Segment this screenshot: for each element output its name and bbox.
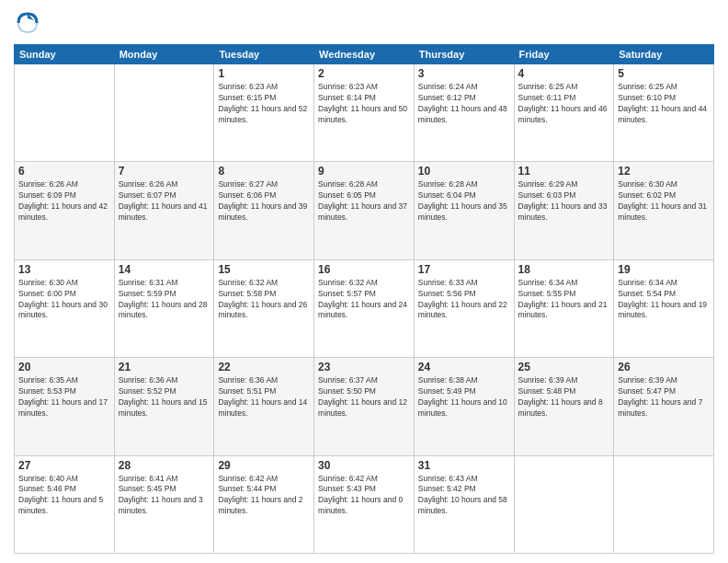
calendar-table: SundayMondayTuesdayWednesdayThursdayFrid… (14, 44, 714, 554)
day-number: 1 (218, 67, 310, 80)
cell-details: Sunrise: 6:28 AM Sunset: 6:04 PM Dayligh… (418, 179, 510, 224)
day-number: 12 (618, 165, 710, 178)
calendar-cell: 16Sunrise: 6:32 AM Sunset: 5:57 PM Dayli… (314, 259, 415, 357)
calendar-week-row: 6Sunrise: 6:26 AM Sunset: 6:09 PM Daylig… (15, 162, 714, 259)
day-number: 30 (318, 459, 410, 472)
calendar-cell: 13Sunrise: 6:30 AM Sunset: 6:00 PM Dayli… (15, 259, 115, 357)
weekday-header-row: SundayMondayTuesdayWednesdayThursdayFrid… (15, 45, 714, 64)
calendar-week-row: 13Sunrise: 6:30 AM Sunset: 6:00 PM Dayli… (15, 259, 714, 357)
cell-details: Sunrise: 6:26 AM Sunset: 6:09 PM Dayligh… (18, 179, 110, 224)
cell-details: Sunrise: 6:37 AM Sunset: 5:50 PM Dayligh… (318, 375, 410, 419)
calendar-cell: 18Sunrise: 6:34 AM Sunset: 5:55 PM Dayli… (514, 259, 614, 357)
calendar-cell: 24Sunrise: 6:38 AM Sunset: 5:49 PM Dayli… (414, 358, 514, 455)
day-number: 28 (119, 459, 210, 472)
calendar-cell: 26Sunrise: 6:39 AM Sunset: 5:47 PM Dayli… (614, 358, 714, 455)
calendar-cell: 25Sunrise: 6:39 AM Sunset: 5:48 PM Dayli… (514, 358, 614, 455)
weekday-header-sunday: Sunday (15, 45, 115, 64)
cell-details: Sunrise: 6:42 AM Sunset: 5:44 PM Dayligh… (218, 474, 310, 518)
day-number: 31 (418, 459, 510, 472)
cell-details: Sunrise: 6:35 AM Sunset: 5:53 PM Dayligh… (18, 375, 110, 419)
weekday-header-friday: Friday (514, 45, 614, 64)
day-number: 21 (119, 361, 210, 373)
cell-details: Sunrise: 6:25 AM Sunset: 6:11 PM Dayligh… (518, 82, 610, 126)
page: SundayMondayTuesdayWednesdayThursdayFrid… (0, 0, 728, 563)
calendar-cell: 27Sunrise: 6:40 AM Sunset: 5:46 PM Dayli… (15, 455, 115, 553)
cell-details: Sunrise: 6:30 AM Sunset: 6:00 PM Dayligh… (18, 278, 110, 322)
cell-details: Sunrise: 6:29 AM Sunset: 6:03 PM Dayligh… (518, 179, 610, 224)
day-number: 14 (119, 263, 210, 276)
day-number: 23 (318, 361, 410, 373)
cell-details: Sunrise: 6:36 AM Sunset: 5:52 PM Dayligh… (119, 375, 210, 419)
day-number: 17 (418, 263, 510, 276)
calendar-cell: 10Sunrise: 6:28 AM Sunset: 6:04 PM Dayli… (414, 162, 514, 259)
calendar-cell (114, 64, 214, 162)
day-number: 9 (318, 165, 410, 178)
calendar-cell: 29Sunrise: 6:42 AM Sunset: 5:44 PM Dayli… (214, 455, 314, 553)
weekday-header-thursday: Thursday (414, 45, 514, 64)
calendar-cell: 28Sunrise: 6:41 AM Sunset: 5:45 PM Dayli… (114, 455, 214, 553)
calendar-cell: 5Sunrise: 6:25 AM Sunset: 6:10 PM Daylig… (614, 64, 714, 162)
cell-details: Sunrise: 6:33 AM Sunset: 5:56 PM Dayligh… (418, 278, 510, 322)
cell-details: Sunrise: 6:34 AM Sunset: 5:54 PM Dayligh… (618, 278, 710, 322)
calendar-cell: 14Sunrise: 6:31 AM Sunset: 5:59 PM Dayli… (114, 259, 214, 357)
day-number: 11 (518, 165, 610, 178)
calendar-week-row: 1Sunrise: 6:23 AM Sunset: 6:15 PM Daylig… (15, 64, 714, 162)
cell-details: Sunrise: 6:39 AM Sunset: 5:47 PM Dayligh… (618, 375, 710, 419)
cell-details: Sunrise: 6:31 AM Sunset: 5:59 PM Dayligh… (119, 278, 210, 322)
cell-details: Sunrise: 6:32 AM Sunset: 5:58 PM Dayligh… (218, 278, 310, 322)
cell-details: Sunrise: 6:34 AM Sunset: 5:55 PM Dayligh… (518, 278, 610, 322)
cell-details: Sunrise: 6:23 AM Sunset: 6:14 PM Dayligh… (318, 82, 410, 126)
cell-details: Sunrise: 6:30 AM Sunset: 6:02 PM Dayligh… (618, 179, 710, 224)
calendar-cell: 30Sunrise: 6:42 AM Sunset: 5:43 PM Dayli… (314, 455, 415, 553)
weekday-header-saturday: Saturday (614, 45, 714, 64)
logo-icon (14, 9, 41, 37)
day-number: 2 (318, 67, 410, 80)
day-number: 10 (418, 165, 510, 178)
cell-details: Sunrise: 6:24 AM Sunset: 6:12 PM Dayligh… (418, 82, 510, 126)
day-number: 20 (18, 361, 110, 373)
calendar-cell (514, 455, 614, 553)
calendar-cell: 7Sunrise: 6:26 AM Sunset: 6:07 PM Daylig… (114, 162, 214, 259)
header (14, 9, 714, 37)
calendar-cell: 2Sunrise: 6:23 AM Sunset: 6:14 PM Daylig… (314, 64, 415, 162)
day-number: 25 (518, 361, 610, 373)
calendar-cell: 23Sunrise: 6:37 AM Sunset: 5:50 PM Dayli… (314, 358, 415, 455)
day-number: 24 (418, 361, 510, 373)
calendar-cell: 15Sunrise: 6:32 AM Sunset: 5:58 PM Dayli… (214, 259, 314, 357)
cell-details: Sunrise: 6:36 AM Sunset: 5:51 PM Dayligh… (218, 375, 310, 419)
cell-details: Sunrise: 6:28 AM Sunset: 6:05 PM Dayligh… (318, 179, 410, 224)
day-number: 7 (119, 165, 210, 178)
cell-details: Sunrise: 6:23 AM Sunset: 6:15 PM Dayligh… (218, 82, 310, 126)
cell-details: Sunrise: 6:26 AM Sunset: 6:07 PM Dayligh… (119, 179, 210, 224)
weekday-header-wednesday: Wednesday (314, 45, 415, 64)
cell-details: Sunrise: 6:39 AM Sunset: 5:48 PM Dayligh… (518, 375, 610, 419)
calendar-cell: 4Sunrise: 6:25 AM Sunset: 6:11 PM Daylig… (514, 64, 614, 162)
cell-details: Sunrise: 6:25 AM Sunset: 6:10 PM Dayligh… (618, 82, 710, 126)
day-number: 16 (318, 263, 410, 276)
calendar-cell: 3Sunrise: 6:24 AM Sunset: 6:12 PM Daylig… (414, 64, 514, 162)
day-number: 26 (618, 361, 710, 373)
day-number: 19 (618, 263, 710, 276)
calendar-cell: 11Sunrise: 6:29 AM Sunset: 6:03 PM Dayli… (514, 162, 614, 259)
calendar-cell: 1Sunrise: 6:23 AM Sunset: 6:15 PM Daylig… (214, 64, 314, 162)
logo (14, 9, 45, 37)
cell-details: Sunrise: 6:40 AM Sunset: 5:46 PM Dayligh… (18, 474, 110, 518)
calendar-cell (614, 455, 714, 553)
calendar-cell: 17Sunrise: 6:33 AM Sunset: 5:56 PM Dayli… (414, 259, 514, 357)
calendar-cell: 19Sunrise: 6:34 AM Sunset: 5:54 PM Dayli… (614, 259, 714, 357)
day-number: 13 (18, 263, 110, 276)
day-number: 6 (18, 165, 110, 178)
calendar-week-row: 27Sunrise: 6:40 AM Sunset: 5:46 PM Dayli… (15, 455, 714, 553)
calendar-cell: 8Sunrise: 6:27 AM Sunset: 6:06 PM Daylig… (214, 162, 314, 259)
calendar-cell: 20Sunrise: 6:35 AM Sunset: 5:53 PM Dayli… (15, 358, 115, 455)
calendar-cell (15, 64, 115, 162)
calendar-cell: 22Sunrise: 6:36 AM Sunset: 5:51 PM Dayli… (214, 358, 314, 455)
cell-details: Sunrise: 6:42 AM Sunset: 5:43 PM Dayligh… (318, 474, 410, 518)
weekday-header-tuesday: Tuesday (214, 45, 314, 64)
day-number: 29 (218, 459, 310, 472)
calendar-cell: 12Sunrise: 6:30 AM Sunset: 6:02 PM Dayli… (614, 162, 714, 259)
calendar-week-row: 20Sunrise: 6:35 AM Sunset: 5:53 PM Dayli… (15, 358, 714, 455)
cell-details: Sunrise: 6:27 AM Sunset: 6:06 PM Dayligh… (218, 179, 310, 224)
day-number: 15 (218, 263, 310, 276)
cell-details: Sunrise: 6:43 AM Sunset: 5:42 PM Dayligh… (418, 474, 510, 518)
